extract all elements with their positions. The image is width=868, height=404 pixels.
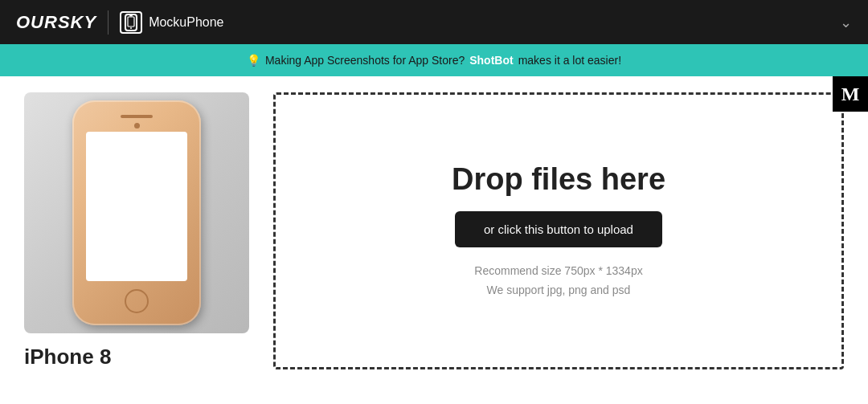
phone-preview-panel: iPhone 8 — [24, 92, 257, 369]
phone-speaker — [121, 115, 153, 118]
svg-point-2 — [130, 27, 132, 29]
svg-rect-1 — [128, 17, 134, 27]
mockuphone-label: MockuPhone — [149, 15, 223, 30]
upload-button[interactable]: or click this button to upload — [455, 211, 662, 247]
banner-bulb-icon: 💡 — [247, 54, 260, 67]
phone-model-label: iPhone 8 — [24, 345, 257, 369]
drop-hint: Recommend size 750px * 1334px We support… — [474, 262, 642, 300]
phone-icon-svg — [125, 14, 137, 31]
svg-rect-3 — [129, 15, 133, 17]
phone-home-button — [125, 289, 149, 313]
banner-text-before: Making App Screenshots for App Store? — [265, 54, 465, 67]
header-left: OURSKY MockuPhone — [16, 10, 224, 35]
main-content: iPhone 8 Drop files here or click this b… — [0, 76, 868, 394]
drop-title: Drop files here — [452, 162, 665, 197]
chevron-down-icon[interactable]: ⌄ — [840, 14, 852, 31]
oursky-logo: OURSKY — [16, 12, 96, 33]
drop-hint-line1: Recommend size 750px * 1334px — [474, 262, 642, 281]
medium-badge[interactable]: M — [833, 76, 868, 112]
header-divider — [108, 10, 108, 35]
shotbot-link[interactable]: ShotBot — [469, 54, 513, 67]
header: OURSKY MockuPhone ⌄ — [0, 0, 868, 44]
mockuphone-brand: MockuPhone — [120, 11, 223, 34]
phone-screen — [86, 132, 187, 281]
drop-hint-line2: We support jpg, png and psd — [474, 281, 642, 300]
phone-mockup — [72, 100, 201, 325]
phone-body — [72, 100, 201, 325]
dropzone[interactable]: Drop files here or click this button to … — [273, 92, 844, 369]
mockuphone-icon — [120, 11, 142, 34]
phone-camera — [134, 123, 140, 129]
promo-banner: 💡 Making App Screenshots for App Store? … — [0, 44, 868, 76]
phone-image-container — [24, 92, 249, 333]
banner-text-after: makes it a lot easier! — [518, 54, 621, 67]
